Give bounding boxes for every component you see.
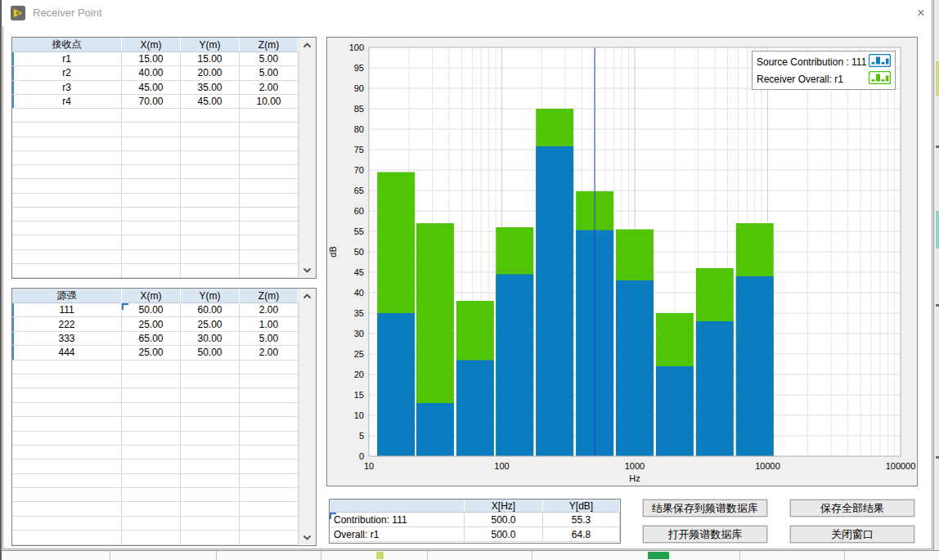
column-header: Z(m) — [240, 38, 299, 52]
table-cell[interactable]: 111 — [12, 303, 122, 317]
table-cell: 500.0 — [465, 527, 543, 542]
table-cell — [122, 137, 181, 151]
table-cell — [181, 109, 240, 123]
save-all-results-button[interactable]: 保存全部结果 — [790, 500, 914, 517]
table-cell[interactable]: 50.00 — [122, 303, 181, 317]
table-cell[interactable]: 20.00 — [181, 66, 240, 80]
cell-selection-corner — [122, 303, 128, 310]
source-table-scrollbar[interactable] — [299, 289, 315, 544]
table-cell[interactable]: r4 — [12, 95, 122, 109]
table-cell[interactable]: 5.00 — [240, 332, 299, 346]
table-cell — [122, 123, 181, 137]
table-cell — [240, 517, 299, 531]
scroll-up-icon[interactable] — [299, 38, 315, 52]
spectrum-chart-panel[interactable]: 0510152025303540455055606570758085909510… — [326, 37, 918, 486]
table-cell[interactable]: 1.00 — [240, 317, 299, 331]
empty-table-row — [12, 235, 299, 249]
table-cell — [122, 179, 181, 193]
y-tick-label: 10 — [354, 410, 364, 420]
y-tick-label: 65 — [354, 186, 364, 195]
bar-contribution — [496, 275, 533, 457]
scroll-down-icon[interactable] — [299, 263, 315, 277]
bar-contribution — [536, 146, 573, 456]
background-right-strip — [933, 0, 939, 560]
bar-plot-icon — [869, 54, 891, 70]
table-cell — [240, 208, 299, 222]
table-cell — [181, 446, 240, 459]
table-cell[interactable]: 5.00 — [240, 66, 299, 80]
column-header: Y(m) — [181, 38, 240, 52]
window-title: Receiver Point — [33, 7, 102, 19]
background-chip — [936, 456, 939, 459]
table-cell[interactable]: 35.00 — [181, 81, 240, 95]
table-cell — [181, 474, 240, 488]
table-cell — [122, 222, 181, 235]
column-header: X(m) — [122, 38, 181, 52]
y-tick-label: 85 — [354, 104, 364, 114]
table-cell[interactable]: 2.00 — [240, 303, 299, 317]
column-header: 源强 — [12, 289, 122, 303]
table-cell — [12, 361, 122, 374]
row-selection-marker — [12, 317, 14, 330]
column-header: Y(m) — [181, 289, 240, 303]
table-cell — [12, 123, 122, 137]
x-axis-label: Hz — [629, 473, 640, 483]
empty-table-row — [12, 474, 299, 488]
screen: Receiver Point × 接收点X(m)Y(m)Z(m)r115.001… — [0, 0, 939, 560]
scroll-up-icon[interactable] — [299, 289, 315, 303]
receiver-table-scrollbar[interactable] — [299, 38, 315, 277]
y-tick-label: 55 — [354, 226, 364, 236]
table-cell[interactable]: 25.00 — [181, 317, 240, 331]
table-cell — [122, 488, 181, 502]
open-spectrum-db-button[interactable]: 打开频谱数据库 — [643, 526, 767, 543]
table-cell[interactable]: 40.00 — [122, 66, 181, 80]
table-cell[interactable]: 45.00 — [181, 95, 240, 109]
table-cell — [181, 137, 240, 151]
close-window-button[interactable]: 关闭窗口 — [790, 526, 914, 543]
table-cell[interactable]: 30.00 — [181, 332, 240, 346]
table-cell[interactable]: 333 — [12, 332, 122, 346]
table-cell[interactable]: 222 — [12, 317, 122, 331]
table-cell[interactable]: 10.00 — [240, 95, 299, 109]
table-cell[interactable]: 60.00 — [181, 303, 240, 317]
table-cell[interactable]: 50.00 — [181, 346, 240, 360]
table-cell[interactable]: r3 — [12, 81, 122, 95]
empty-table-row — [12, 446, 299, 459]
table-cell — [122, 151, 181, 165]
column-header: Z(m) — [240, 289, 299, 303]
table-cell[interactable]: 70.00 — [122, 95, 181, 109]
table-cell — [12, 432, 122, 446]
y-tick-label: 50 — [354, 247, 364, 257]
table-cell[interactable]: 15.00 — [181, 52, 240, 66]
y-tick-label: 30 — [354, 329, 364, 338]
table-cell — [12, 388, 122, 402]
column-header: 接收点 — [12, 38, 122, 52]
table-cell[interactable]: 444 — [12, 346, 122, 360]
empty-table-row — [12, 361, 299, 374]
y-tick-label: 20 — [354, 370, 364, 379]
table-cell[interactable]: r1 — [12, 52, 122, 66]
table-cell — [122, 502, 181, 516]
table-cell[interactable]: 25.00 — [122, 317, 181, 331]
table-cell[interactable]: r2 — [12, 66, 122, 80]
save-to-spectrum-db-button[interactable]: 结果保存到频谱数据库 — [643, 500, 767, 517]
table-cell — [12, 250, 122, 264]
table-cell[interactable]: 25.00 — [122, 346, 181, 360]
scroll-down-icon[interactable] — [299, 531, 315, 544]
table-cell[interactable]: 15.00 — [122, 52, 181, 66]
row-selection-marker — [12, 95, 14, 108]
table-cell[interactable]: 65.00 — [122, 332, 181, 346]
table-cell[interactable]: 5.00 — [240, 52, 299, 66]
table-cell[interactable]: 2.00 — [240, 81, 299, 95]
table-cell[interactable]: 2.00 — [240, 346, 299, 360]
empty-table-row — [12, 488, 299, 502]
table-cell — [12, 208, 122, 222]
table-cell — [122, 264, 181, 278]
close-icon[interactable]: × — [909, 3, 933, 23]
table-cell — [240, 137, 299, 151]
table-row: 33365.0030.005.00 — [12, 332, 299, 346]
table-cell — [181, 165, 240, 179]
table-cell — [122, 446, 181, 459]
table-cell[interactable]: 45.00 — [122, 81, 181, 95]
table-cell — [181, 123, 240, 137]
